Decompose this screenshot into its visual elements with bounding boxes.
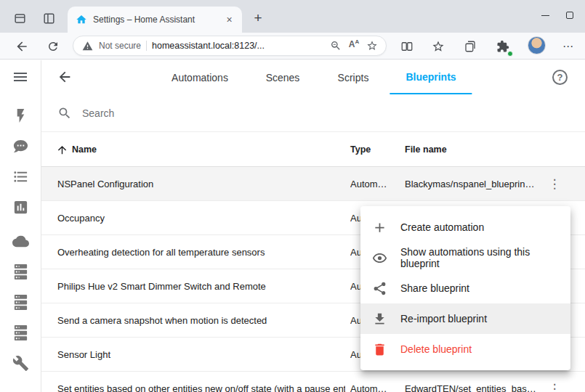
green-status-dot	[507, 51, 513, 57]
workspaces-icon[interactable]	[12, 11, 27, 25]
browser-more-menu[interactable]: ⋯	[560, 38, 577, 55]
plus-icon	[372, 220, 387, 235]
tab-scripts[interactable]: Scripts	[322, 60, 385, 94]
menu-item-label: Show automations using this blueprint	[400, 246, 559, 269]
menu-item-label: Re-import blueprint	[400, 313, 487, 324]
not-secure-warning-icon	[81, 39, 94, 52]
menu-item-show-automations[interactable]: Show automations using this blueprint	[360, 242, 570, 273]
column-header-name[interactable]: Name	[56, 132, 97, 167]
row-type: Autom…	[350, 372, 400, 392]
row-file: Blackymas/nspanel_blueprin…	[405, 167, 550, 201]
row-type: Autom…	[350, 167, 400, 201]
profile-avatar[interactable]	[528, 36, 546, 54]
browser-titlebar: Settings – Home Assistant × +	[0, 0, 585, 33]
search-icon	[57, 106, 72, 121]
row-name: Overheating detection for all temperatur…	[57, 235, 345, 269]
tab-close-icon[interactable]: ×	[223, 14, 235, 26]
tab-scenes[interactable]: Scenes	[250, 60, 316, 94]
sidebar-list-icon[interactable]	[12, 168, 29, 185]
row-name: NSPanel Configuration	[57, 167, 345, 201]
search-input[interactable]	[82, 107, 395, 119]
favorites-icon[interactable]	[429, 38, 447, 55]
sidebar-chart-icon[interactable]	[12, 199, 29, 216]
trash-icon	[372, 342, 387, 357]
menu-item-label: Create automation	[400, 221, 484, 233]
minimize-button[interactable]	[534, 4, 556, 26]
address-bar[interactable]: Not secure homeassistant.local:8123/... …	[73, 36, 387, 56]
share-icon	[372, 281, 387, 296]
tab-title: Settings – Home Assistant	[93, 15, 217, 25]
column-header-name-label: Name	[72, 144, 97, 155]
row-name: Send a camera snapshot when motion is de…	[57, 303, 345, 338]
row-file: EdwardTEN/set_entities_bas…	[405, 372, 550, 392]
browser-navbar: Not secure homeassistant.local:8123/... …	[0, 33, 585, 60]
ha-back-icon[interactable]	[57, 69, 73, 85]
address-divider	[146, 41, 147, 51]
table-row[interactable]: Set entities based on other entities new…	[41, 372, 585, 392]
security-label: Not secure	[99, 41, 141, 51]
column-header-file[interactable]: File name	[405, 132, 447, 167]
home-assistant-favicon	[76, 14, 87, 25]
sidebar-server-icon-3[interactable]	[12, 324, 29, 341]
sidebar-server-icon-1[interactable]	[12, 264, 29, 280]
tab-automations[interactable]: Automations	[156, 60, 244, 94]
letter-a-large: A	[349, 39, 355, 49]
eye-icon	[372, 250, 387, 266]
menu-item-create-automation[interactable]: Create automation	[360, 212, 570, 242]
letter-a-small: A	[355, 38, 359, 45]
menu-item-label: Share blueprint	[400, 282, 469, 294]
row-overflow-icon[interactable]: ⋮	[546, 176, 563, 193]
text-preferences-icon[interactable]: AA	[347, 39, 360, 52]
vertical-tabs-icon[interactable]	[41, 11, 56, 25]
ha-sidebar	[0, 60, 41, 392]
column-header-type[interactable]: Type	[350, 132, 371, 167]
back-icon[interactable]	[13, 38, 31, 55]
download-icon	[372, 311, 387, 327]
menu-item-label: Delete blueprint	[400, 343, 472, 355]
ha-appbar: Automations Scenes Scripts Blueprints ?	[41, 60, 585, 94]
help-icon[interactable]: ?	[552, 70, 568, 85]
row-overflow-icon[interactable]: ⋮	[546, 380, 563, 392]
menu-item-delete-blueprint[interactable]: Delete blueprint	[360, 334, 570, 364]
menu-item-reimport-blueprint[interactable]: Re-import blueprint	[360, 303, 570, 334]
refresh-icon[interactable]	[44, 38, 62, 55]
favorite-star-icon[interactable]	[366, 39, 379, 52]
search-row	[41, 94, 585, 132]
browser-tab[interactable]: Settings – Home Assistant ×	[68, 7, 242, 33]
url-text[interactable]: homeassistant.local:8123/...	[152, 41, 324, 51]
row-name: Sensor Light	[57, 338, 345, 372]
menu-item-share-blueprint[interactable]: Share blueprint	[360, 273, 570, 303]
sort-ascending-icon	[56, 144, 68, 156]
sidebar-menu-icon[interactable]	[12, 68, 29, 86]
row-name: Set entities based on other entities new…	[57, 372, 345, 392]
row-name: Philips Hue v2 Smart Dimmer Switch and R…	[57, 269, 345, 303]
collections-icon[interactable]	[461, 38, 479, 55]
sidebar-chat-icon[interactable]	[12, 138, 29, 155]
tab-blueprints[interactable]: Blueprints	[390, 60, 472, 94]
table-row[interactable]: NSPanel Configuration Autom… Blackymas/n…	[41, 167, 585, 201]
extensions-icon[interactable]	[494, 38, 512, 55]
new-tab-button[interactable]: +	[250, 11, 266, 27]
maximize-button[interactable]	[559, 4, 581, 26]
row-name: Occupancy	[57, 201, 345, 235]
zoom-icon[interactable]	[329, 39, 342, 52]
sidebar-wrench-icon[interactable]	[12, 355, 29, 372]
table-header: Name Type File name	[41, 132, 585, 167]
sidebar-energy-icon[interactable]	[12, 107, 29, 124]
split-screen-icon[interactable]	[398, 38, 416, 55]
sidebar-cloud-icon[interactable]	[12, 233, 29, 250]
sidebar-server-icon-2[interactable]	[12, 294, 29, 311]
blueprint-context-menu: Create automation Show automations using…	[360, 206, 570, 370]
